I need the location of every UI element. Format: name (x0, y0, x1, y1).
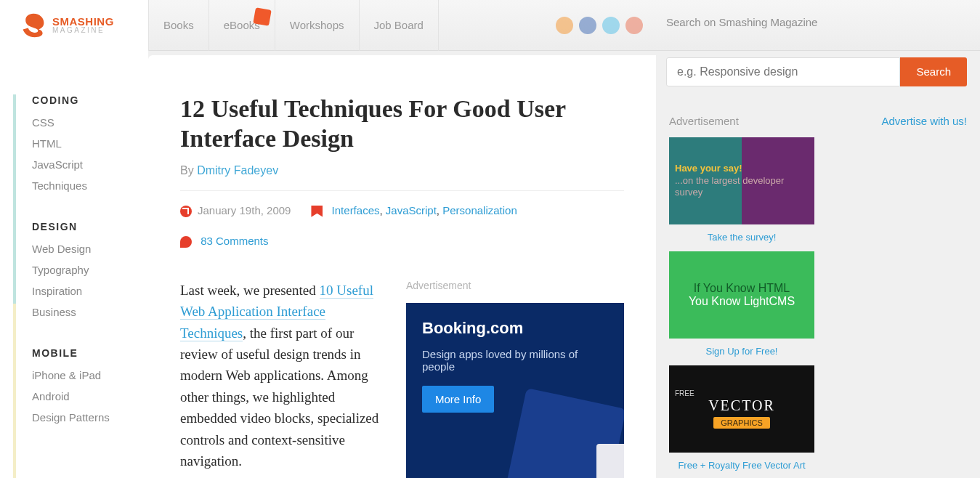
sidebar-item-iphone[interactable]: iPhone & iPad (32, 369, 148, 381)
tag-link[interactable]: Personalization (442, 204, 517, 216)
ad-caption[interactable]: Sign Up for Free! (669, 346, 814, 357)
ebook-badge-icon (253, 7, 271, 25)
advertise-link[interactable]: Advertise with us! (881, 115, 967, 127)
sidebar-item-patterns[interactable]: Design Patterns (32, 411, 148, 424)
comments-link[interactable]: 83 Comments (201, 235, 268, 247)
logo-icon (20, 12, 46, 39)
nav-jobboard[interactable]: Job Board (360, 0, 439, 51)
article-meta: January 19th, 2009 Interfaces, JavaScrip… (180, 190, 624, 248)
clock-icon (180, 206, 192, 217)
logo-title: SMASHING (52, 16, 114, 27)
ad-subtitle: Design apps loved by millions of people (422, 348, 608, 373)
booking-ad[interactable]: Booking.com Design apps loved by million… (406, 303, 624, 478)
tag-link[interactable]: Interfaces (332, 204, 380, 216)
social-icons (556, 17, 656, 34)
bookmark-icon (311, 206, 323, 217)
search-label: Search on Smashing Magazine (666, 16, 967, 28)
ad-title: Booking.com (422, 319, 608, 338)
right-column: Advertisement Advertise with us! Have yo… (656, 51, 980, 478)
author-link[interactable]: Dmitry Fadeyev (197, 164, 278, 177)
sidebar-group-coding: CODING CSS HTML JavaScript Techniques (19, 94, 148, 192)
logo-subtitle: MAGAZINE (52, 27, 114, 34)
sidebar-item-javascript[interactable]: JavaScript (32, 158, 148, 171)
meta-date: January 19th, 2009 (180, 204, 291, 217)
search-button[interactable]: Search (900, 57, 967, 86)
sidebar-item-typography[interactable]: Typography (32, 264, 148, 276)
inline-ad: Advertisement Booking.com Design apps lo… (406, 280, 624, 478)
cube-icon (596, 444, 624, 478)
ad-caption[interactable]: Free + Royalty Free Vector Art (669, 460, 814, 471)
sidebar-item-techniques[interactable]: Techniques (32, 179, 148, 192)
ad-tile[interactable]: FREEVECTORGRAPHICS Free + Royalty Free V… (669, 365, 814, 471)
facebook-icon[interactable] (579, 17, 596, 34)
sidebar-item-android[interactable]: Android (32, 390, 148, 402)
ad-cta-button[interactable]: More Info (422, 386, 494, 413)
sidebar-heading: CODING (32, 94, 148, 106)
top-bar: SMASHING MAGAZINE Books eBooks Workshops… (0, 0, 980, 51)
comment-icon (180, 236, 192, 248)
sidebar-item-css[interactable]: CSS (32, 116, 148, 129)
article-title: 12 Useful Techniques For Good User Inter… (180, 94, 624, 154)
nav-workshops[interactable]: Workshops (275, 0, 360, 51)
search-area: Search on Smashing Magazine Search (666, 19, 967, 62)
top-nav: Books eBooks Workshops Job Board (148, 0, 439, 51)
logo[interactable]: SMASHING MAGAZINE (0, 0, 148, 51)
ad-label: Advertisement (406, 280, 624, 291)
sidebar-item-html[interactable]: HTML (32, 137, 148, 150)
twitter-icon[interactable] (602, 17, 620, 34)
ad-tile[interactable]: If You Know HTMLYou Know LightCMS Sign U… (669, 251, 814, 357)
tag-link[interactable]: JavaScript (386, 204, 437, 216)
sidebar-item-webdesign[interactable]: Web Design (32, 243, 148, 255)
sidebar-group-mobile: MOBILE iPhone & iPad Android Design Patt… (19, 347, 148, 424)
ad-heading: Advertisement (669, 115, 739, 127)
nav-books[interactable]: Books (148, 0, 209, 51)
left-sidebar: CODING CSS HTML JavaScript Techniques DE… (0, 51, 148, 478)
byline: By Dmitry Fadeyev (180, 164, 624, 177)
nav-ebooks[interactable]: eBooks (209, 0, 275, 51)
article-main: 12 Useful Techniques For Good User Inter… (148, 55, 656, 478)
meta-tags: Interfaces, JavaScript, Personalization (311, 204, 517, 217)
sidebar-heading: DESIGN (32, 221, 148, 232)
ad-tile[interactable]: Have your say!...on the largest develope… (669, 137, 814, 243)
newsletter-icon[interactable] (625, 17, 643, 34)
sidebar-heading: MOBILE (32, 347, 148, 359)
meta-comments: 83 Comments (180, 235, 624, 248)
article-body: Last week, we presented 10 Useful Web Ap… (180, 280, 380, 478)
search-input[interactable] (666, 57, 900, 86)
rss-icon[interactable] (556, 17, 573, 34)
sidebar-item-inspiration[interactable]: Inspiration (32, 285, 148, 297)
sidebar-group-design: DESIGN Web Design Typography Inspiration… (19, 221, 148, 318)
sidebar-item-business[interactable]: Business (32, 306, 148, 318)
ad-caption[interactable]: Take the survey! (669, 232, 814, 243)
